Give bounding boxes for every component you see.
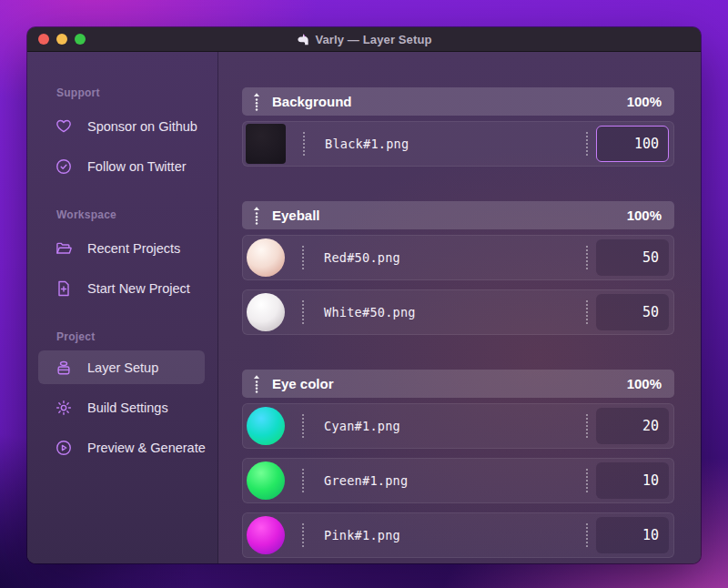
separator (586, 300, 588, 324)
separator (302, 469, 304, 492)
layer-row[interactable]: Green#1.png (242, 458, 674, 503)
layer-filename: Cyan#1.png (324, 419, 400, 433)
group-header[interactable]: Eye color100% (242, 370, 674, 398)
window-title: Varly — Layer Setup (27, 27, 701, 51)
group-weight: 100% (627, 208, 662, 223)
sidebar-section-label: Support (56, 86, 217, 99)
layer-value-input[interactable] (596, 517, 669, 553)
sidebar-item-recent-projects[interactable]: Recent Projects (27, 228, 217, 269)
heart-icon (55, 117, 73, 136)
sidebar-item-build-settings[interactable]: Build Settings (27, 388, 217, 428)
separator (303, 132, 305, 156)
unicorn-icon (296, 33, 309, 46)
sidebar-item-start-new-project[interactable]: Start New Project (27, 269, 217, 309)
separator (302, 523, 304, 547)
separator (302, 246, 304, 269)
layer-thumbnail (247, 407, 285, 445)
layer-filename: Green#1.png (324, 473, 408, 488)
window-title-text: Varly — Layer Setup (315, 33, 431, 46)
desktop-background: Varly — Layer Setup SupportSponsor on Gi… (0, 0, 728, 588)
layer-row[interactable]: Red#50.png (242, 235, 674, 280)
group-title: Background (272, 94, 352, 109)
titlebar[interactable]: Varly — Layer Setup (27, 27, 701, 52)
layer-setup-panel: Background100%Black#1.pngEyeball100%Red#… (218, 52, 701, 563)
group-title: Eyeball (272, 208, 320, 223)
drag-handle-icon[interactable] (252, 374, 261, 394)
group-header[interactable]: Background100% (242, 87, 674, 116)
layer-row[interactable]: Cyan#1.png (242, 403, 674, 449)
drag-handle-icon[interactable] (252, 206, 261, 226)
layer-filename: Pink#1.png (324, 528, 400, 542)
layer-thumbnail (247, 293, 285, 331)
layer-thumbnail (247, 238, 285, 277)
layer-filename: Black#1.png (325, 137, 409, 151)
sidebar-item-label: Build Settings (87, 400, 168, 415)
separator (302, 414, 304, 438)
play-circle-icon (55, 439, 73, 457)
sidebar-item-label: Recent Projects (87, 241, 180, 256)
folder-icon (55, 239, 73, 258)
sidebar-item-label: Start New Project (87, 281, 190, 296)
sidebar-item-preview-generate[interactable]: Preview & Generate (27, 428, 217, 468)
sidebar-item-follow-on-twitter[interactable]: Follow on Twitter (27, 147, 217, 187)
group-title: Eye color (272, 376, 334, 391)
layer-row[interactable]: Black#1.png (242, 121, 674, 167)
layer-filename: White#50.png (324, 305, 416, 319)
separator (586, 132, 588, 156)
layer-group: Eye color100%Cyan#1.pngGreen#1.pngPink#1… (242, 370, 674, 558)
layer-value-input[interactable] (596, 408, 669, 444)
separator (586, 469, 588, 492)
sidebar-section-label: Project (56, 330, 217, 343)
layer-row[interactable]: White#50.png (242, 289, 674, 335)
layer-value-input[interactable] (596, 294, 669, 330)
layer-thumbnail (246, 124, 286, 164)
layer-thumbnail (247, 461, 285, 500)
layer-group: Background100%Black#1.png (242, 87, 674, 167)
drag-handle-icon[interactable] (252, 92, 261, 112)
app-window: Varly — Layer Setup SupportSponsor on Gi… (27, 27, 701, 563)
sidebar-item-label: Sponsor on Github (87, 119, 197, 134)
layer-thumbnail (247, 516, 285, 554)
separator (586, 523, 588, 547)
layer-value-input[interactable] (596, 126, 669, 162)
separator (302, 300, 304, 324)
badge-check-icon (55, 157, 73, 176)
sidebar-item-layer-setup[interactable]: Layer Setup (38, 350, 205, 384)
group-weight: 100% (627, 94, 662, 109)
separator (586, 414, 588, 438)
layer-value-input[interactable] (596, 462, 669, 499)
file-plus-icon (55, 279, 73, 298)
sidebar: SupportSponsor on GithubFollow on Twitte… (27, 52, 218, 563)
layer-value-input[interactable] (596, 239, 669, 276)
group-header[interactable]: Eyeball100% (242, 201, 674, 229)
sidebar-item-sponsor-on-github[interactable]: Sponsor on Github (27, 106, 217, 147)
sidebar-item-label: Follow on Twitter (87, 159, 187, 174)
layer-filename: Red#50.png (324, 250, 400, 265)
sidebar-item-label: Preview & Generate (87, 441, 206, 455)
layers-icon (55, 359, 73, 377)
layer-group: Eyeball100%Red#50.pngWhite#50.png (242, 201, 674, 335)
group-weight: 100% (627, 376, 662, 391)
layer-row[interactable]: Pink#1.png (242, 512, 674, 558)
gear-icon (55, 399, 73, 417)
separator (586, 246, 588, 269)
sidebar-section-label: Workspace (56, 208, 217, 221)
sidebar-item-label: Layer Setup (87, 360, 158, 375)
